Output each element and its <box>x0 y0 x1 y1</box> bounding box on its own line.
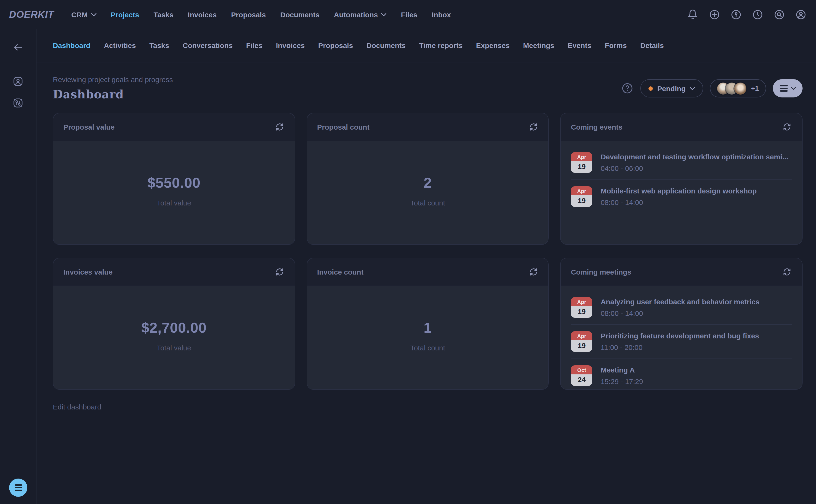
refresh-icon[interactable] <box>529 267 538 277</box>
item-time: 04:00 - 06:00 <box>601 164 792 173</box>
card-header: Coming meetings <box>561 258 802 286</box>
calendar-day: 19 <box>571 340 593 352</box>
card-title: Invoices value <box>63 268 113 276</box>
nav-files[interactable]: Files <box>401 10 417 18</box>
chevron-down-icon <box>91 13 96 16</box>
card-header: Invoice count <box>307 258 548 286</box>
dashboard-grid: Proposal value $550.00 Total value Propo… <box>53 113 803 390</box>
item-title: Development and testing workflow optimiz… <box>601 152 792 161</box>
tab-time-reports[interactable]: Time reports <box>419 41 462 49</box>
card-body: $550.00 Total value <box>53 141 294 244</box>
card-header: Proposal count <box>307 113 548 141</box>
tab-invoices[interactable]: Invoices <box>276 41 305 49</box>
list-item[interactable]: Oct 24 Meeting A 15:29 - 17:29 <box>571 359 792 389</box>
nav-automations-label: Automations <box>334 10 378 18</box>
meetings-list: Apr 19 Analyzing user feedback and behav… <box>561 286 802 389</box>
nav-documents[interactable]: Documents <box>280 10 319 18</box>
card-body: 2 Total count <box>307 141 548 244</box>
status-label: Pending <box>657 84 686 92</box>
search-icon[interactable] <box>773 9 785 20</box>
item-time: 08:00 - 14:00 <box>601 309 792 318</box>
location-pin-icon[interactable] <box>730 9 742 20</box>
top-navigation: DOERKIT CRM Projects Tasks Invoices Prop… <box>0 0 816 29</box>
tab-documents[interactable]: Documents <box>366 41 406 49</box>
main-content: DashboardActivitiesTasksConversationsFil… <box>36 29 816 504</box>
item-title: Prioritizing feature development and bug… <box>601 331 792 340</box>
assignees-dropdown[interactable]: +1 <box>710 79 766 97</box>
calendar-chip: Apr 19 <box>571 152 593 173</box>
tab-forms[interactable]: Forms <box>605 41 627 49</box>
back-arrow-icon[interactable] <box>12 42 24 54</box>
tab-expenses[interactable]: Expenses <box>476 41 510 49</box>
brand-logo[interactable]: DOERKIT <box>9 9 54 20</box>
stat-value: $2,700.00 <box>141 320 206 336</box>
help-icon[interactable] <box>621 82 634 95</box>
tab-proposals[interactable]: Proposals <box>318 41 353 49</box>
refresh-icon[interactable] <box>782 267 792 277</box>
events-list: Apr 19 Development and testing workflow … <box>561 141 802 244</box>
nav-automations[interactable]: Automations <box>334 10 386 18</box>
status-dropdown[interactable]: Pending <box>641 79 703 97</box>
page-header: Reviewing project goals and progress Das… <box>36 62 816 113</box>
tab-dashboard[interactable]: Dashboard <box>53 41 90 49</box>
card-proposal-value: Proposal value $550.00 Total value <box>53 113 295 245</box>
chevron-down-icon <box>791 87 796 90</box>
card-body: $2,700.00 Total value <box>53 286 294 389</box>
item-time: 15:29 - 17:29 <box>601 377 792 386</box>
list-item[interactable]: Apr 19 Prioritizing feature development … <box>571 324 792 359</box>
list-item[interactable]: Apr 19 Analyzing user feedback and behav… <box>571 291 792 324</box>
nav-crm[interactable]: CRM <box>71 10 96 18</box>
contact-card-icon[interactable] <box>12 76 24 88</box>
item-time: 11:00 - 20:00 <box>601 343 792 352</box>
tab-conversations[interactable]: Conversations <box>183 41 233 49</box>
calendar-month: Apr <box>571 297 593 306</box>
tab-files[interactable]: Files <box>246 41 262 49</box>
nav-projects[interactable]: Projects <box>111 10 139 18</box>
sidebar-menu-fab[interactable] <box>9 479 27 497</box>
nav-inbox[interactable]: Inbox <box>432 10 451 18</box>
doerkit-app: DOERKIT CRM Projects Tasks Invoices Prop… <box>0 0 816 504</box>
tab-meetings[interactable]: Meetings <box>523 41 554 49</box>
nav-invoices[interactable]: Invoices <box>188 10 217 18</box>
card-proposal-count: Proposal count 2 Total count <box>306 113 549 245</box>
card-header: Coming events <box>561 113 802 141</box>
refresh-icon[interactable] <box>275 122 284 132</box>
clock-icon[interactable] <box>752 9 763 20</box>
edit-dashboard-link[interactable]: Edit dashboard <box>53 403 101 411</box>
bell-icon[interactable] <box>687 9 698 20</box>
calendar-chip: Oct 24 <box>571 365 593 386</box>
tab-events[interactable]: Events <box>568 41 591 49</box>
nav-tasks[interactable]: Tasks <box>154 10 174 18</box>
stat-caption: Total count <box>410 344 445 352</box>
calendar-day: 19 <box>571 161 593 173</box>
item-title: Analyzing user feedback and behavior met… <box>601 297 792 306</box>
tab-activities[interactable]: Activities <box>104 41 136 49</box>
tab-tasks[interactable]: Tasks <box>149 41 169 49</box>
nav-proposals[interactable]: Proposals <box>231 10 266 18</box>
card-body: 1 Total count <box>307 286 548 389</box>
preferences-sliders-icon[interactable] <box>12 97 24 110</box>
plus-circle-icon[interactable] <box>708 9 720 20</box>
refresh-icon[interactable] <box>529 122 538 132</box>
stat-value: 2 <box>424 175 432 191</box>
list-item[interactable]: Apr 19 Mobile-first web application desi… <box>571 180 792 214</box>
stat-caption: Total value <box>157 199 191 207</box>
card-title: Coming meetings <box>571 268 631 276</box>
card-coming-meetings: Coming meetings Apr 19 Analyzing user fe… <box>560 258 803 390</box>
project-tabbar: DashboardActivitiesTasksConversationsFil… <box>36 29 816 62</box>
card-invoice-count: Invoice count 1 Total count <box>306 258 549 390</box>
hamburger-icon <box>780 85 787 91</box>
user-circle-icon[interactable] <box>795 9 806 20</box>
refresh-icon[interactable] <box>782 122 792 132</box>
chevron-down-icon <box>690 87 695 90</box>
avatar-overflow-count: +1 <box>751 84 759 92</box>
avatar <box>735 82 747 94</box>
list-item[interactable]: Apr 19 Development and testing workflow … <box>571 146 792 180</box>
refresh-icon[interactable] <box>275 267 284 277</box>
tab-details[interactable]: Details <box>640 41 664 49</box>
card-title: Proposal value <box>63 123 114 131</box>
card-header: Proposal value <box>53 113 294 141</box>
calendar-day: 19 <box>571 195 593 207</box>
page-title: Dashboard <box>53 87 173 101</box>
dashboard-menu-button[interactable] <box>773 79 803 97</box>
